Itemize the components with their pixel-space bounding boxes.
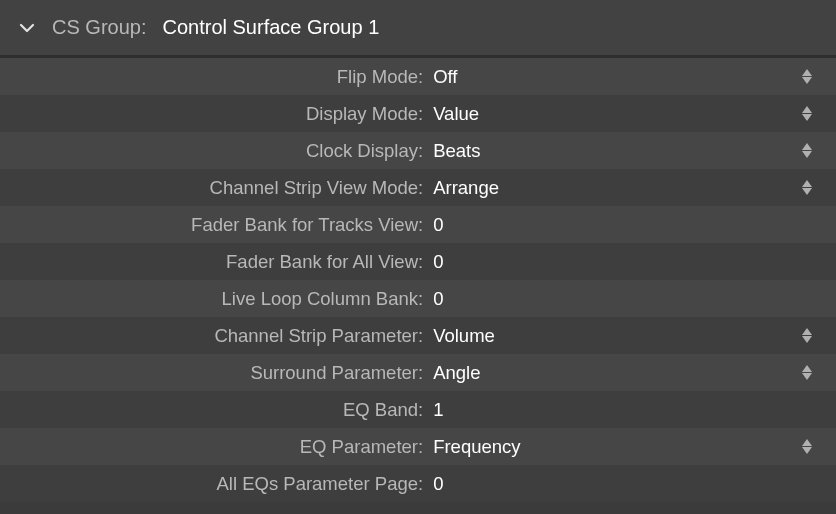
parameter-row: Live Loop Column Bank:0 bbox=[0, 280, 836, 317]
parameter-label: Live Loop Column Bank bbox=[0, 288, 418, 310]
label-colon: : bbox=[418, 362, 433, 384]
label-colon: : bbox=[418, 288, 433, 310]
disclosure-toggle[interactable] bbox=[18, 19, 36, 37]
label-colon: : bbox=[418, 436, 433, 458]
parameter-label: EQ Band bbox=[0, 399, 418, 421]
label-colon: : bbox=[418, 399, 433, 421]
parameter-label: Flip Mode bbox=[0, 66, 418, 88]
stepper-icon[interactable] bbox=[800, 103, 814, 125]
parameter-value[interactable]: 0 bbox=[433, 473, 836, 495]
label-colon: : bbox=[418, 325, 433, 347]
parameter-row: Clock Display:Beats bbox=[0, 132, 836, 169]
parameter-list: Flip Mode:OffDisplay Mode:ValueClock Dis… bbox=[0, 58, 836, 502]
parameter-value[interactable]: 0 bbox=[433, 214, 836, 236]
parameter-row: EQ Band:1 bbox=[0, 391, 836, 428]
parameter-value[interactable]: Volume bbox=[433, 325, 836, 347]
stepper-icon[interactable] bbox=[800, 436, 814, 458]
parameter-value[interactable]: 0 bbox=[433, 288, 836, 310]
label-colon: : bbox=[418, 140, 433, 162]
label-colon: : bbox=[418, 177, 433, 199]
parameter-label: Fader Bank for All View bbox=[0, 251, 418, 273]
parameter-label: EQ Parameter bbox=[0, 436, 418, 458]
parameter-value[interactable]: 0 bbox=[433, 251, 836, 273]
stepper-icon[interactable] bbox=[800, 325, 814, 347]
parameter-label: Surround Parameter bbox=[0, 362, 418, 384]
parameter-label: Channel Strip Parameter bbox=[0, 325, 418, 347]
label-colon: : bbox=[418, 103, 433, 125]
parameter-row: EQ Parameter:Frequency bbox=[0, 428, 836, 465]
parameter-value[interactable]: Angle bbox=[433, 362, 836, 384]
parameter-row: All EQs Parameter Page:0 bbox=[0, 465, 836, 502]
stepper-icon[interactable] bbox=[800, 362, 814, 384]
label-colon: : bbox=[418, 66, 433, 88]
parameter-row: Surround Parameter:Angle bbox=[0, 354, 836, 391]
parameter-row: Display Mode:Value bbox=[0, 95, 836, 132]
stepper-icon[interactable] bbox=[800, 177, 814, 199]
header-value[interactable]: Control Surface Group 1 bbox=[162, 16, 379, 39]
parameter-row: Fader Bank for Tracks View:0 bbox=[0, 206, 836, 243]
parameter-value[interactable]: Off bbox=[433, 66, 836, 88]
parameter-label: Fader Bank for Tracks View bbox=[0, 214, 418, 236]
parameter-row: Flip Mode:Off bbox=[0, 58, 836, 95]
parameter-row: Channel Strip View Mode:Arrange bbox=[0, 169, 836, 206]
label-colon: : bbox=[418, 251, 433, 273]
header-label: CS Group: bbox=[52, 16, 146, 39]
parameter-value[interactable]: 1 bbox=[433, 399, 836, 421]
header-bar: CS Group: Control Surface Group 1 bbox=[0, 0, 836, 58]
parameter-value[interactable]: Value bbox=[433, 103, 836, 125]
parameter-value[interactable]: Beats bbox=[433, 140, 836, 162]
label-colon: : bbox=[418, 473, 433, 495]
parameter-label: Clock Display bbox=[0, 140, 418, 162]
label-colon: : bbox=[418, 214, 433, 236]
parameter-label: All EQs Parameter Page bbox=[0, 473, 418, 495]
parameter-label: Display Mode bbox=[0, 103, 418, 125]
parameter-row: Fader Bank for All View:0 bbox=[0, 243, 836, 280]
stepper-icon[interactable] bbox=[800, 140, 814, 162]
parameter-label: Channel Strip View Mode bbox=[0, 177, 418, 199]
parameter-value[interactable]: Arrange bbox=[433, 177, 836, 199]
parameter-row: Channel Strip Parameter:Volume bbox=[0, 317, 836, 354]
parameter-value[interactable]: Frequency bbox=[433, 436, 836, 458]
stepper-icon[interactable] bbox=[800, 66, 814, 88]
